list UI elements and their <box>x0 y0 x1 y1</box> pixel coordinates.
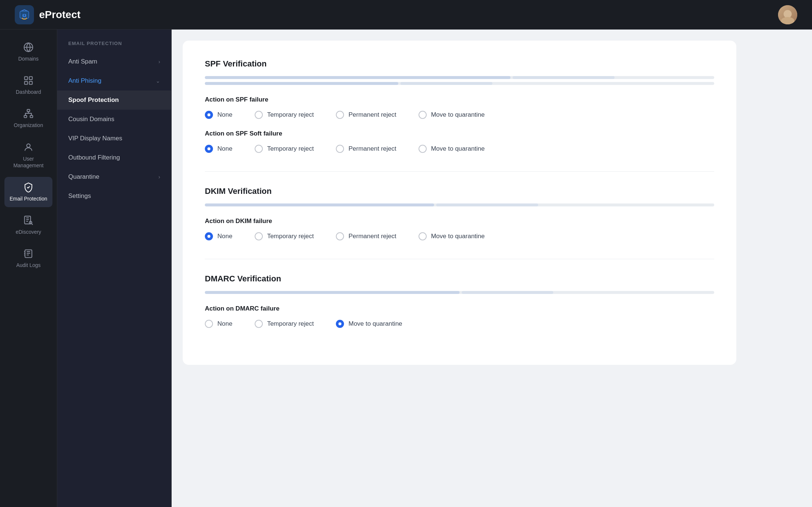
spf-failure-group: Action on SPF failure None Temporary rej… <box>205 96 714 119</box>
nav-item-spoof-protection-label: Spoof Protection <box>68 96 119 104</box>
spf-progress-fill-1 <box>205 76 510 79</box>
nav-item-settings[interactable]: Settings <box>57 186 171 206</box>
nav-item-spoof-protection[interactable]: Spoof Protection <box>57 90 171 110</box>
spf-fail-quarantine-option[interactable]: Move to quarantine <box>419 111 485 119</box>
avatar[interactable] <box>778 5 797 24</box>
dkim-title: DKIM Verification <box>205 186 714 196</box>
dkim-fail-temp-radio[interactable] <box>255 232 263 240</box>
nav-item-cousin-domains[interactable]: Cousin Domains <box>57 110 171 129</box>
dmarc-fail-temp-option[interactable]: Temporary reject <box>255 320 314 328</box>
spf-soft-quarantine-label: Move to quarantine <box>431 145 485 153</box>
dmarc-progress-bars <box>205 291 714 294</box>
content-card: SPF Verification Action on SPF failure <box>183 41 736 365</box>
dmarc-fail-temp-radio[interactable] <box>255 320 263 328</box>
sidebar-item-dashboard[interactable]: Dashboard <box>4 70 52 100</box>
nav-item-vip-display-names[interactable]: VIP Display Names <box>57 129 171 148</box>
organization-icon <box>23 109 34 119</box>
nav-item-outbound-filtering[interactable]: Outbound Filtering <box>57 148 171 167</box>
spf-fail-perm-label: Permanent reject <box>348 111 396 119</box>
spf-soft-perm-radio[interactable] <box>336 145 344 153</box>
dmarc-section: DMARC Verification Action on DMARC failu… <box>205 274 714 328</box>
sidebar-item-audit-logs[interactable]: Audit Logs <box>4 243 52 274</box>
nav-item-settings-label: Settings <box>68 192 91 200</box>
spf-progress-fill-2 <box>513 76 615 79</box>
spf-soft-temp-label: Temporary reject <box>267 145 314 153</box>
sidebar-item-dashboard-label: Dashboard <box>16 89 41 95</box>
dkim-progress-fill-1 <box>205 203 434 206</box>
svg-rect-15 <box>25 250 32 258</box>
spf-soft-none-radio[interactable] <box>205 145 213 153</box>
spf-soft-quarantine-option[interactable]: Move to quarantine <box>419 145 485 153</box>
spf-fail-temp-option[interactable]: Temporary reject <box>255 111 314 119</box>
sidebar-item-ediscovery-label: eDiscovery <box>16 229 41 235</box>
spf-soft-perm-option[interactable]: Permanent reject <box>336 145 396 153</box>
logo-area: eProtect <box>15 5 80 24</box>
spf-fail-perm-radio[interactable] <box>336 111 344 119</box>
dkim-fail-none-radio[interactable] <box>205 232 213 240</box>
dkim-fail-quarantine-option[interactable]: Move to quarantine <box>419 232 485 240</box>
dkim-fail-none-option[interactable]: None <box>205 232 233 240</box>
dkim-failure-label: Action on DKIM failure <box>205 217 714 225</box>
dmarc-fail-none-radio[interactable] <box>205 320 213 328</box>
svg-rect-9 <box>27 110 30 112</box>
svg-rect-7 <box>25 82 28 85</box>
svg-rect-3 <box>24 15 25 16</box>
chevron-right-icon: › <box>158 59 160 65</box>
sidebar-item-user-management[interactable]: User Management <box>4 137 52 174</box>
spf-soft-temp-radio[interactable] <box>255 145 263 153</box>
sidebar-item-email-protection[interactable]: Email Protection <box>4 177 52 207</box>
spf-fail-temp-radio[interactable] <box>255 111 263 119</box>
user-icon <box>23 142 34 153</box>
dmarc-progress-fill-1 <box>205 291 460 294</box>
spf-soft-temp-option[interactable]: Temporary reject <box>255 145 314 153</box>
dkim-fail-perm-radio[interactable] <box>336 232 344 240</box>
nav-item-anti-spam[interactable]: Anti Spam › <box>57 52 171 71</box>
spf-failure-options: None Temporary reject Permanent reject <box>205 111 714 119</box>
dmarc-fail-quarantine-option[interactable]: Move to quarantine <box>336 320 402 328</box>
spf-fail-perm-option[interactable]: Permanent reject <box>336 111 396 119</box>
dkim-fail-temp-option[interactable]: Temporary reject <box>255 232 314 240</box>
app-name: eProtect <box>39 9 80 21</box>
spf-section: SPF Verification Action on SPF failure <box>205 59 714 153</box>
spf-fail-none-option[interactable]: None <box>205 111 233 119</box>
dkim-fail-temp-label: Temporary reject <box>267 233 314 240</box>
spf-soft-failure-group: Action on SPF Soft failure None Temporar… <box>205 130 714 153</box>
sidebar-item-organization[interactable]: Organization <box>4 103 52 134</box>
sidebar: Domains Dashboard <box>0 30 57 507</box>
secondary-section-title: EMAIL PROTECTION <box>57 41 171 46</box>
spf-progress-fill-3 <box>205 82 398 85</box>
spf-soft-quarantine-radio[interactable] <box>419 145 427 153</box>
spf-fail-none-radio[interactable] <box>205 111 213 119</box>
logo-icon <box>15 5 34 24</box>
nav-item-anti-phising[interactable]: Anti Phising ⌄ <box>57 71 171 90</box>
spf-soft-perm-label: Permanent reject <box>348 145 396 153</box>
dkim-fail-perm-option[interactable]: Permanent reject <box>336 232 396 240</box>
nav-item-quarantine[interactable]: Quarantine › <box>57 167 171 186</box>
sidebar-item-domains[interactable]: Domains <box>4 37 52 67</box>
spf-progress-row-1 <box>205 76 714 79</box>
spf-title: SPF Verification <box>205 59 714 69</box>
dkim-fail-quarantine-radio[interactable] <box>419 232 427 240</box>
spf-fail-none-label: None <box>217 111 233 119</box>
nav-item-vip-display-names-label: VIP Display Names <box>68 135 122 142</box>
dmarc-fail-none-option[interactable]: None <box>205 320 233 328</box>
spf-failure-label: Action on SPF failure <box>205 96 714 103</box>
dmarc-fail-quarantine-label: Move to quarantine <box>348 320 402 328</box>
dmarc-fail-temp-label: Temporary reject <box>267 320 314 328</box>
svg-rect-6 <box>29 77 32 80</box>
chevron-down-icon: ⌄ <box>156 78 160 84</box>
divider-2 <box>205 259 714 259</box>
shield-icon <box>23 182 34 192</box>
nav-item-cousin-domains-label: Cousin Domains <box>68 116 114 123</box>
spf-soft-none-option[interactable]: None <box>205 145 233 153</box>
spf-progress-bars <box>205 76 714 85</box>
svg-rect-5 <box>25 77 28 80</box>
svg-rect-10 <box>24 116 27 118</box>
sidebar-item-user-management-label: User Management <box>8 155 49 169</box>
dmarc-fail-quarantine-radio[interactable] <box>336 320 344 328</box>
spf-fail-quarantine-radio[interactable] <box>419 111 427 119</box>
dkim-fail-perm-label: Permanent reject <box>348 233 396 240</box>
sidebar-item-ediscovery[interactable]: eDiscovery <box>4 210 52 240</box>
spf-fail-quarantine-label: Move to quarantine <box>431 111 485 119</box>
sidebar-item-domains-label: Domains <box>18 55 38 62</box>
